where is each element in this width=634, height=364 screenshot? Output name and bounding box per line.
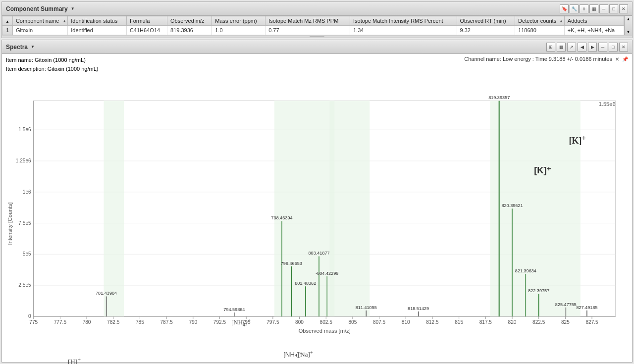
tools-btn[interactable]: 🔧 [570,4,579,13]
svg-text:781.43984: 781.43984 [96,291,117,296]
maximize-btn[interactable]: □ [609,4,618,13]
component-table: ▲ Component name ▲ Identification status… [2,16,624,35]
col-isotope-int[interactable]: Isotope Match Intensity RMS Percent [350,16,457,26]
col-id-status[interactable]: Identification status [68,16,127,26]
spectra-back-btn[interactable]: ◀ [578,43,586,52]
svg-text:0: 0 [28,313,31,319]
col-obs-rt[interactable]: Observed RT (min) [457,16,515,26]
svg-rect-63 [104,101,124,317]
svg-text:820: 820 [508,319,517,325]
svg-text:802.5: 802.5 [320,319,333,325]
spectra-meta: Item name: Gitoxin (1000 ng/mL) Item des… [2,54,632,74]
close-channel-icon[interactable]: ✕ [615,56,619,62]
svg-text:798.46394: 798.46394 [271,216,293,221]
svg-text:825: 825 [561,319,570,325]
sort-icon-component: ▲ [62,19,66,23]
spectra-dropdown-icon[interactable]: ▼ [31,45,35,49]
svg-text:780: 780 [83,319,91,325]
svg-text:817.5: 817.5 [479,319,492,325]
svg-text:792.5: 792.5 [213,319,226,325]
svg-text:827.49185: 827.49185 [576,305,597,310]
item-description: Item description: Gitoxin (1000 ng/mL) [6,65,98,74]
svg-rect-65 [329,101,370,317]
cell-detector-counts: 118680 [515,26,565,35]
svg-text:775: 775 [29,319,38,325]
cell-obs-rt: 9.32 [457,26,515,35]
svg-text:803.41877: 803.41877 [309,251,330,256]
spectra-controls: ⊞ ▦ ↗ ◀ ▶ ─ □ ✕ [546,43,628,52]
svg-text:805: 805 [348,319,357,325]
channel-name: Channel name: Low energy : Time 9.3188 +… [464,56,612,62]
col-adducts[interactable]: Adducts [564,16,624,26]
annotation-k: [K]⁺ [534,165,551,175]
svg-text:1e6: 1e6 [23,189,31,195]
svg-text:782.5: 782.5 [107,319,120,325]
component-summary-panel: Component Summary ▼ 🔖 🔧 # ▦ ─ □ ✕ [1,1,633,38]
col-component-name[interactable]: Component name ▲ [12,16,67,26]
cell-obs-mz: 819.3936 [167,26,212,35]
svg-text:807.5: 807.5 [373,319,386,325]
col-isotope-mz[interactable]: Isotope Match Mz RMS PPM [265,16,350,26]
svg-text:790: 790 [189,319,197,325]
svg-text:787.5: 787.5 [160,319,173,325]
table-row[interactable]: 1 Gitoxin Identified C41H64O14 819.3936 … [2,26,624,35]
spectra-export-btn[interactable]: ↗ [567,43,576,52]
cell-isotope-int: 1.34 [350,26,457,35]
grid-btn[interactable]: ▦ [589,4,598,13]
annotation-na-label: [Na]+ [298,349,313,359]
cell-adducts: +K, +H, +NH4, +Na [564,26,624,35]
cell-id-status: Identified [68,26,127,35]
cell-component-name: Gitoxin [12,26,67,35]
svg-text:818.51429: 818.51429 [408,306,429,311]
col-obs-mz[interactable]: Observed m/z [167,16,212,26]
scrollbar-up-arrow[interactable]: ▲ [627,17,631,21]
svg-text:812.5: 812.5 [426,319,439,325]
row-num-1: 1 [2,26,13,35]
bookmark-btn[interactable]: 🔖 [560,4,569,13]
svg-text:-804.42299: -804.42299 [316,271,338,276]
spectra-panel: Spectra ▼ ⊞ ▦ ↗ ◀ ▶ ─ □ ✕ Item name: Git… [1,40,633,363]
svg-text:827.5: 827.5 [585,319,598,325]
svg-text:2.5e5: 2.5e5 [18,282,31,288]
component-summary-controls: 🔖 🔧 # ▦ ─ □ ✕ [560,4,628,13]
spectra-close-btn[interactable]: ✕ [619,43,628,52]
svg-text:820.39621: 820.39621 [501,203,523,208]
sort-icon-rownum: ▲ [5,19,9,24]
cell-isotope-mz: 0.77 [265,26,350,35]
svg-rect-66 [490,101,580,317]
annotation-nh4-label: [NH4]+ [231,317,251,327]
col-detector-counts[interactable]: Detector counts ▲ [515,16,565,26]
spectra-header: Spectra ▼ ⊞ ▦ ↗ ◀ ▶ ─ □ ✕ [2,40,632,54]
spectra-forward-btn[interactable]: ▶ [588,43,597,52]
svg-text:797.5: 797.5 [266,319,279,325]
annotation-h-label: [H]+ [68,357,81,364]
svg-text:815: 815 [455,319,463,325]
close-btn[interactable]: ✕ [619,4,628,13]
scrollbar-down-arrow[interactable]: ▼ [627,30,631,34]
pin-channel-icon[interactable]: 📌 [622,56,628,62]
svg-text:821.39634: 821.39634 [515,268,536,273]
svg-text:777.5: 777.5 [54,319,67,325]
row-num-col-header: ▲ [2,16,13,26]
spectra-maximize-btn[interactable]: □ [609,43,618,52]
spectra-title-text: Spectra [6,44,28,51]
spectra-minimize-btn[interactable]: ─ [598,43,607,52]
svg-text:1.55e6: 1.55e6 [599,101,616,107]
spectra-grid-btn[interactable]: ▦ [557,43,566,52]
cell-mass-error: 1.0 [212,26,265,35]
component-summary-dropdown-icon[interactable]: ▼ [71,6,75,11]
hash-btn[interactable]: # [580,4,588,13]
spectra-table-btn[interactable]: ⊞ [546,43,555,52]
y-axis-label: Intensity [Counts] [7,203,13,245]
svg-text:794.59864: 794.59864 [223,307,245,312]
spectra-title: Spectra ▼ [6,44,35,51]
svg-text:819.39357: 819.39357 [488,96,510,101]
minimize-btn[interactable]: ─ [599,4,608,13]
svg-text:5e5: 5e5 [23,252,31,257]
item-name: Item name: Gitoxin (1000 ng/mL) [6,56,98,65]
col-mass-error[interactable]: Mass error (ppm) [212,16,265,26]
spectra-meta-right: Channel name: Low energy : Time 9.3188 +… [464,56,628,62]
col-formula[interactable]: Formula [126,16,167,26]
svg-text:811.41055: 811.41055 [356,305,377,310]
chart-svg: Intensity [Counts] 0 2.5e5 5e5 7.5e5 [6,74,628,358]
